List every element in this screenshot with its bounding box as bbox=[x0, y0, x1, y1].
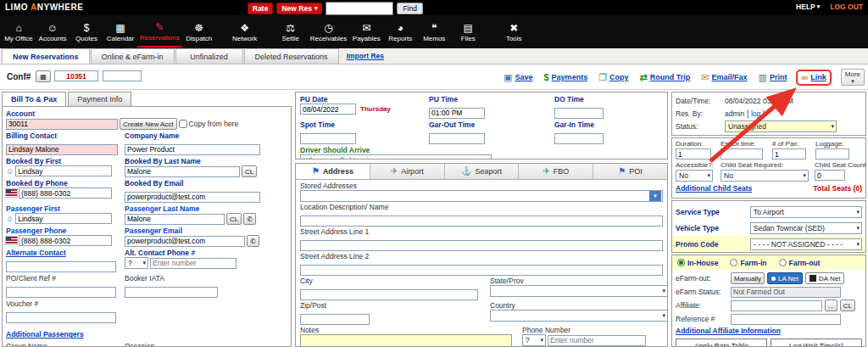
cl-button[interactable]: CL bbox=[242, 165, 257, 177]
child-seat-required-select[interactable]: No▾ bbox=[721, 170, 809, 182]
booked-by-first-input[interactable] bbox=[15, 165, 112, 176]
tab-online-efarm-in[interactable]: Online & eFarm-in bbox=[91, 48, 175, 64]
phone-prefix-select[interactable]: ?▾ bbox=[125, 257, 148, 269]
cl-button[interactable]: CL bbox=[840, 299, 855, 311]
nav-my-office[interactable]: ⌂My Office bbox=[2, 16, 36, 48]
additional-affiliate-info-link[interactable]: Additional Affiliate Information bbox=[676, 327, 781, 335]
passenger-first-input[interactable] bbox=[15, 213, 112, 224]
additional-passengers-link[interactable]: Additional Passengers bbox=[6, 330, 84, 339]
help-menu[interactable]: HELP ▾ bbox=[796, 3, 820, 11]
location-description-input[interactable] bbox=[300, 215, 663, 227]
luggage-input[interactable] bbox=[815, 148, 849, 160]
link-action[interactable]: ∞Link bbox=[798, 71, 829, 84]
po-client-ref-input[interactable] bbox=[6, 287, 116, 298]
stored-addresses-select[interactable]: ▾ bbox=[300, 190, 663, 202]
city-input[interactable] bbox=[300, 289, 478, 300]
status-select[interactable]: Unassigned▾ bbox=[725, 120, 837, 132]
manually-button[interactable]: Manually bbox=[731, 272, 765, 284]
nav-receivables[interactable]: ◷Receivables bbox=[308, 16, 350, 48]
option-farm-out[interactable]: Farm-out bbox=[779, 259, 821, 267]
phone-lookup-button[interactable]: ✆ bbox=[243, 213, 256, 225]
tab-deleted-reservations[interactable]: Deleted Reservations bbox=[244, 48, 339, 64]
passenger-last-input[interactable] bbox=[125, 214, 225, 225]
nav-calendar[interactable]: ▦Calendar bbox=[103, 16, 137, 48]
copy-from-here-checkbox[interactable] bbox=[179, 120, 187, 128]
company-name-input[interactable] bbox=[125, 144, 260, 155]
tab-airport[interactable]: ✈Airport bbox=[370, 164, 445, 179]
street-address-1-input[interactable] bbox=[300, 240, 663, 251]
billing-contact-input[interactable] bbox=[6, 144, 118, 155]
copy-action[interactable]: ❐Copy bbox=[598, 73, 628, 82]
gar-out-time-input[interactable] bbox=[429, 133, 485, 144]
nav-accounts[interactable]: ☺Accounts bbox=[36, 16, 70, 48]
payments-action[interactable]: $Payments bbox=[543, 73, 587, 82]
nav-files[interactable]: ▤Files bbox=[451, 16, 485, 48]
nav-payables[interactable]: ✉Payables bbox=[349, 16, 383, 48]
radio-in-house[interactable] bbox=[677, 259, 685, 266]
round-trip-action[interactable]: ⇄Round Trip bbox=[640, 73, 691, 82]
tab-payment-info[interactable]: Payment Info bbox=[68, 92, 131, 106]
tab-poi[interactable]: ⚑POI bbox=[593, 164, 667, 179]
zip-post-input[interactable] bbox=[300, 314, 370, 325]
do-time-input[interactable] bbox=[554, 108, 604, 119]
logout-link[interactable]: LOG OUT bbox=[830, 3, 863, 11]
spot-time-input[interactable] bbox=[300, 133, 356, 144]
state-prov-select[interactable]: ▾ bbox=[490, 285, 668, 297]
passenger-email-input[interactable] bbox=[125, 236, 245, 247]
pu-date-input[interactable] bbox=[300, 104, 356, 115]
nav-reports[interactable]: ◕Reports bbox=[383, 16, 417, 48]
tab-new-reservations[interactable]: New Reservations bbox=[2, 48, 90, 64]
create-new-acct-button[interactable]: Create New Acct bbox=[120, 118, 177, 130]
voucher-input[interactable] bbox=[6, 312, 116, 323]
pu-time-input[interactable] bbox=[429, 108, 485, 119]
conf-number-input[interactable] bbox=[54, 70, 98, 81]
da-net-button[interactable]: DA Net bbox=[805, 272, 844, 284]
stop-phone-input[interactable] bbox=[548, 335, 646, 346]
radio-farm-out[interactable] bbox=[779, 259, 787, 266]
booked-by-last-input[interactable] bbox=[125, 166, 240, 177]
street-address-2-input[interactable] bbox=[300, 265, 663, 276]
tab-fbo[interactable]: ✈FBO bbox=[519, 164, 593, 179]
find-button[interactable]: Find bbox=[397, 3, 423, 14]
gar-in-time-input[interactable] bbox=[554, 133, 604, 144]
nav-network[interactable]: ❖Network bbox=[228, 16, 262, 48]
promo-code-select[interactable]: - - - - NOT ASSIGNED - - - -▾ bbox=[750, 238, 862, 250]
phone-lookup-button[interactable]: ✆ bbox=[247, 235, 259, 247]
quick-find-input[interactable] bbox=[326, 2, 393, 15]
country-select[interactable]: ▾ bbox=[490, 310, 668, 322]
log-wait-times-button[interactable]: Log Wait Time(s) bbox=[771, 339, 862, 347]
affiliate-lookup-button[interactable]: ... bbox=[825, 299, 837, 311]
tab-bill-to-pax[interactable]: Bill To & Pax bbox=[2, 92, 66, 106]
nav-dispatch[interactable]: ☸Dispatch bbox=[182, 16, 216, 48]
additional-child-seats-link[interactable]: Additional Child Seats bbox=[676, 184, 752, 193]
child-seat-count-input[interactable] bbox=[815, 170, 845, 181]
nav-tools[interactable]: ✖Tools bbox=[497, 16, 531, 48]
conf-secondary-input[interactable] bbox=[103, 70, 142, 81]
cl-button[interactable]: CL bbox=[226, 213, 242, 225]
option-farm-in[interactable]: Farm-in bbox=[730, 259, 766, 267]
reference-input[interactable] bbox=[731, 314, 841, 325]
duration-input[interactable] bbox=[676, 148, 711, 160]
radio-farm-in[interactable] bbox=[730, 259, 737, 266]
tab-address[interactable]: ⚑Address bbox=[296, 164, 370, 179]
account-input[interactable] bbox=[6, 119, 118, 130]
accessible-select[interactable]: No▾ bbox=[676, 170, 713, 182]
tab-unfinalized[interactable]: Unfinalized bbox=[175, 48, 243, 64]
import-res-link[interactable]: Import Res bbox=[347, 52, 384, 60]
phone-prefix-select[interactable]: ?▾ bbox=[522, 334, 546, 346]
rate-button[interactable]: Rate bbox=[248, 3, 273, 14]
log-link[interactable]: [ log ] bbox=[747, 109, 765, 118]
more-action[interactable]: More▾ bbox=[841, 69, 865, 86]
alternate-contact-link[interactable]: Alternate Contact bbox=[6, 249, 120, 257]
new-res-button[interactable]: New Res ▾ bbox=[276, 3, 322, 14]
tab-seaport[interactable]: ⚓Seaport bbox=[445, 164, 520, 179]
booked-by-email-input[interactable] bbox=[125, 192, 260, 203]
num-pax-input[interactable] bbox=[772, 148, 806, 160]
conf-lookup-button[interactable]: ▦ bbox=[36, 70, 51, 82]
booker-iata-input[interactable] bbox=[125, 287, 218, 298]
option-in-house[interactable]: In-House bbox=[677, 259, 718, 267]
apply-rate-table-button[interactable]: Apply Rate Table bbox=[676, 339, 767, 347]
service-type-select[interactable]: To Airport▾ bbox=[750, 206, 862, 218]
email-fax-action[interactable]: ✉Email/Fax bbox=[701, 73, 747, 82]
alternate-contact-input[interactable] bbox=[6, 261, 116, 272]
